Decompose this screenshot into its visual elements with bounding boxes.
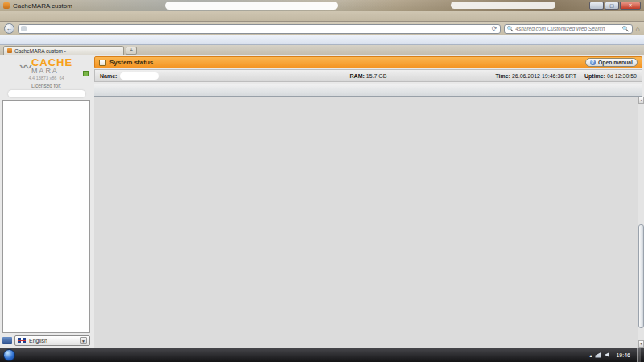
minimize-button[interactable]: — bbox=[589, 2, 604, 10]
redaction bbox=[451, 2, 555, 9]
redaction bbox=[30, 26, 295, 33]
help-icon: ? bbox=[590, 60, 596, 65]
uptime-value: 0d 12:30:50 bbox=[607, 73, 637, 79]
vertical-scrollbar[interactable]: ▲ ▼ bbox=[638, 97, 644, 348]
window-title: CacheMARA custom bbox=[13, 2, 72, 10]
back-button[interactable]: ← bbox=[4, 23, 14, 34]
app-favicon-icon bbox=[3, 2, 10, 9]
sidebar: 〰 CACHE MARA 4.4 13873 x86_64 Licensed f… bbox=[0, 55, 93, 348]
scrollbar-track[interactable] bbox=[638, 104, 644, 340]
logo-badge-icon bbox=[83, 71, 89, 76]
chevron-down-icon: ▼ bbox=[80, 337, 87, 344]
page-header: System status ? Open manual bbox=[94, 56, 642, 68]
ram-value: 15.7 GB bbox=[366, 73, 387, 79]
redaction bbox=[120, 72, 159, 80]
tab-bar: CacheMARA custom - + bbox=[0, 45, 644, 55]
time-label: Time: bbox=[495, 73, 510, 79]
name-label: Name: bbox=[100, 73, 117, 79]
bookmarks-bar bbox=[0, 35, 644, 45]
show-desktop-button[interactable] bbox=[637, 348, 641, 362]
new-tab-button[interactable]: + bbox=[126, 47, 137, 55]
browser-menubar bbox=[0, 11, 644, 22]
main-panel: System status ? Open manual Name: RAM: 1… bbox=[93, 55, 644, 348]
charts-grid bbox=[94, 97, 638, 348]
home-button[interactable]: ⌂ bbox=[636, 25, 640, 33]
site-icon bbox=[21, 26, 27, 31]
language-select[interactable]: English ▼ bbox=[14, 335, 90, 346]
uk-flag-icon bbox=[18, 338, 26, 343]
language-globe-icon bbox=[2, 337, 12, 344]
app-logo: 〰 CACHE MARA 4.4 13873 x86_64 Licensed f… bbox=[2, 56, 90, 100]
logo-text-2: MARA bbox=[31, 68, 72, 75]
browser-tab[interactable]: CacheMARA custom - bbox=[3, 46, 124, 55]
start-button[interactable] bbox=[3, 349, 15, 361]
search-engine-icon: 🔍 bbox=[507, 26, 514, 32]
windows-taskbar: ▴ 19:46 bbox=[0, 348, 644, 362]
sidebar-menu bbox=[2, 100, 90, 333]
maximize-button[interactable]: ▢ bbox=[605, 2, 619, 10]
tray-expand-icon[interactable]: ▴ bbox=[589, 352, 592, 358]
version-text: 4.4 13873 x86_64 bbox=[2, 76, 90, 80]
close-button[interactable]: ✕ bbox=[620, 2, 641, 10]
logo-swoosh-icon: 〰 bbox=[20, 58, 30, 74]
ram-label: RAM: bbox=[350, 73, 365, 79]
browser-window: CacheMARA custom — ▢ ✕ ← ⟳ 🔍 🔍 ⌂ CacheMA… bbox=[0, 0, 644, 348]
search-box[interactable]: 🔍 🔍 bbox=[504, 24, 633, 34]
window-titlebar[interactable]: CacheMARA custom — ▢ ✕ bbox=[0, 0, 644, 11]
taskbar-clock[interactable]: 19:46 bbox=[613, 352, 634, 358]
browser-navbar: ← ⟳ 🔍 🔍 ⌂ bbox=[0, 22, 644, 35]
tab-favicon-icon bbox=[7, 48, 12, 53]
uptime-label: Uptime: bbox=[584, 73, 605, 79]
time-value: 26.06.2012 19:46:36 BRT bbox=[512, 73, 576, 79]
system-status-icon bbox=[99, 60, 106, 66]
language-value: English bbox=[29, 338, 47, 343]
open-manual-button[interactable]: ? Open manual bbox=[585, 58, 638, 67]
address-bar[interactable]: ⟳ bbox=[18, 24, 501, 34]
redaction bbox=[165, 2, 338, 10]
redaction bbox=[8, 90, 85, 97]
page-title: System status bbox=[109, 59, 153, 66]
info-bar: Name: RAM: 15.7 GB Time: 26.06.2012 19:4… bbox=[94, 69, 642, 82]
scroll-down-icon[interactable]: ▼ bbox=[638, 340, 644, 348]
licensed-label: Licensed for: bbox=[2, 83, 90, 88]
time-range-tabstrip bbox=[94, 84, 642, 97]
volume-tray-icon[interactable] bbox=[605, 352, 609, 357]
scrollbar-thumb[interactable] bbox=[638, 224, 644, 328]
search-input[interactable] bbox=[515, 26, 621, 31]
reload-icon[interactable]: ⟳ bbox=[492, 25, 497, 32]
tab-title: CacheMARA custom - bbox=[14, 48, 66, 54]
search-icon[interactable]: 🔍 bbox=[622, 26, 630, 32]
network-tray-icon[interactable] bbox=[595, 352, 601, 358]
scroll-up-icon[interactable]: ▲ bbox=[638, 97, 644, 104]
